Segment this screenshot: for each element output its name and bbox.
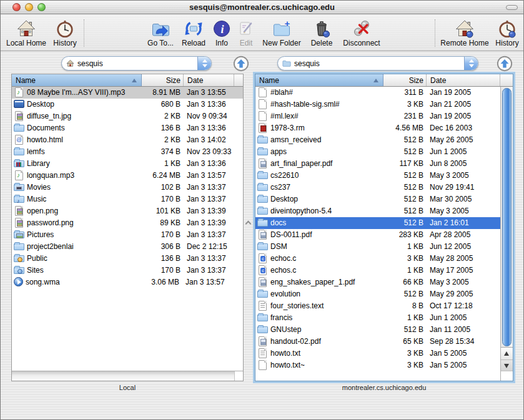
file-date: Jan 5 2005 bbox=[427, 359, 500, 371]
file-row[interactable]: password.png89 KBJan 3 13:39 bbox=[12, 217, 243, 229]
file-size: 101 KB bbox=[142, 205, 184, 217]
new-folder-button[interactable]: + New Folder bbox=[258, 17, 305, 49]
file-date: Jan 21 2005 bbox=[427, 99, 500, 110]
column-header-name[interactable]: Name bbox=[12, 74, 142, 86]
file-date: Nov 23 09:33 bbox=[184, 146, 243, 158]
scrollbar-thumb[interactable] bbox=[502, 88, 512, 346]
file-name: #ml.lex# bbox=[270, 110, 383, 122]
file-row[interactable]: apps512 BJun 1 2005 bbox=[255, 146, 500, 158]
file-row[interactable]: diveintopython-5.4512 BMay 3 2005 bbox=[255, 205, 500, 217]
file-row[interactable]: cs22610512 BMay 3 2005 bbox=[255, 170, 500, 182]
file-row[interactable]: longquan.mp36.24 MBJan 3 13:57 bbox=[12, 170, 243, 182]
file-row[interactable]: amsn_received512 BMay 26 2005 bbox=[255, 134, 500, 146]
file-size: 4.56 MB bbox=[383, 122, 427, 134]
local-path-popup[interactable]: sesquis bbox=[61, 56, 212, 71]
file-row[interactable]: #ml.lex#231 BJan 19 2005 bbox=[255, 110, 500, 122]
file-row[interactable]: Desktop680 BJan 3 13:36 bbox=[12, 99, 243, 110]
file-row[interactable]: Desktop512 BMar 30 2005 bbox=[255, 193, 500, 205]
file-name: Pictures bbox=[27, 229, 142, 241]
file-row[interactable]: art_final_paper.pdf117 KBJun 8 2005 bbox=[255, 158, 500, 170]
doc-img-icon bbox=[15, 111, 23, 121]
file-date: Jan 3 14:02 bbox=[184, 134, 243, 146]
file-row[interactable]: Music170 BJan 3 13:37 bbox=[12, 193, 243, 205]
delete-button[interactable]: Delete bbox=[307, 17, 337, 49]
folder-icon bbox=[257, 137, 268, 144]
file-date: Nov 29 19:41 bbox=[427, 182, 500, 193]
file-date: Jun 12 2005 bbox=[427, 241, 500, 253]
file-name: cs237 bbox=[270, 182, 383, 193]
file-row[interactable]: howto.txt~3 KBJan 5 2005 bbox=[255, 359, 500, 371]
file-row[interactable]: GNUstep512 BJan 11 2005 bbox=[255, 324, 500, 336]
file-row[interactable]: howto.txt3 KBJan 5 2005 bbox=[255, 348, 500, 359]
file-name: longquan.mp3 bbox=[27, 170, 142, 182]
remote-up-directory-button[interactable] bbox=[497, 56, 513, 72]
file-date: May 28 2005 bbox=[427, 253, 500, 265]
file-row[interactable]: echos.c1 KBMay 17 2005 bbox=[255, 265, 500, 276]
file-row[interactable]: echoc.c3 KBMay 28 2005 bbox=[255, 253, 500, 265]
doc-lines-icon bbox=[259, 348, 267, 358]
file-row[interactable]: Public136 BJan 3 13:37 bbox=[12, 253, 243, 265]
up-arrow-icon bbox=[497, 56, 513, 72]
pane-splitter-handle[interactable] bbox=[245, 220, 250, 225]
reload-button[interactable]: Reload bbox=[178, 17, 209, 49]
file-size: 1 KB bbox=[383, 265, 427, 276]
file-row[interactable]: #hash-table-sig.sml#3 KBJan 21 2005 bbox=[255, 99, 500, 110]
column-header-size[interactable]: Size bbox=[142, 74, 184, 86]
file-row[interactable]: project2benlai306 BDec 2 12:15 bbox=[12, 241, 243, 253]
horizontal-scrollbar[interactable] bbox=[12, 371, 243, 381]
vertical-scrollbar[interactable] bbox=[500, 87, 513, 381]
edit-button[interactable]: Edit bbox=[234, 17, 258, 49]
file-row[interactable]: evolution512 BMay 29 2005 bbox=[255, 288, 500, 300]
file-row[interactable]: howto.html2 KBJan 3 14:02 bbox=[12, 134, 243, 146]
remote-history-button[interactable]: History bbox=[493, 17, 522, 49]
file-row[interactable]: diffuse_tn.jpg2 KBNov 9 09:34 bbox=[12, 110, 243, 122]
info-button[interactable]: i Info bbox=[209, 17, 234, 49]
file-row[interactable]: 1978-3.rm4.56 MBDec 16 2003 bbox=[255, 122, 500, 134]
file-date: Apr 28 2005 bbox=[427, 229, 500, 241]
clock-icon bbox=[49, 17, 81, 39]
file-row[interactable]: Library1 KBJan 3 13:36 bbox=[12, 158, 243, 170]
column-header-size[interactable]: Size bbox=[383, 74, 427, 86]
file-row[interactable]: docs512 BJan 2 16:01 bbox=[255, 217, 500, 229]
file-row[interactable]: open.png101 KBJan 3 13:39 bbox=[12, 205, 243, 217]
file-row[interactable]: four_stories.text8 BOct 17 12:18 bbox=[255, 300, 500, 312]
file-row[interactable]: 08 Maybe I'm...ASY VIII).mp38.91 MBJan 3… bbox=[12, 87, 243, 99]
file-row[interactable]: Movies102 BJan 3 13:37 bbox=[12, 182, 243, 193]
file-row[interactable]: eng_shakes_paper_1.pdf66 KBMay 3 2005 bbox=[255, 276, 500, 288]
local-home-button[interactable]: Local Home bbox=[4, 17, 48, 49]
file-row[interactable]: DS-0011.pdf283 KBApr 28 2005 bbox=[255, 229, 500, 241]
disconnect-icon bbox=[338, 17, 385, 39]
doc-pdf-icon bbox=[259, 336, 267, 346]
doc-img-icon bbox=[15, 206, 23, 216]
toolbar-toggle-pill[interactable] bbox=[506, 5, 518, 10]
doc-img-icon bbox=[15, 218, 23, 228]
file-row[interactable]: song.wma3.06 MBJan 3 13:57 bbox=[12, 276, 243, 288]
local-history-button[interactable]: History bbox=[49, 17, 81, 49]
file-row[interactable]: Documents136 BJan 3 13:36 bbox=[12, 122, 243, 134]
column-header-date[interactable]: Date bbox=[184, 74, 234, 86]
column-header-name[interactable]: Name bbox=[255, 74, 383, 86]
file-name: diveintopython-5.4 bbox=[270, 205, 383, 217]
go-to-button[interactable]: Go To... bbox=[143, 17, 178, 49]
file-row[interactable]: #blah#311 BJan 19 2005 bbox=[255, 87, 500, 99]
disconnect-button[interactable]: Disconnect bbox=[338, 17, 385, 49]
scroll-down-button[interactable] bbox=[501, 359, 513, 371]
toolbar-separator bbox=[84, 19, 84, 47]
house-icon bbox=[4, 17, 48, 39]
file-row[interactable]: cs237512 BNov 29 19:41 bbox=[255, 182, 500, 193]
file-name: Desktop bbox=[270, 193, 383, 205]
file-name: password.png bbox=[27, 217, 142, 229]
file-row[interactable]: Pictures170 BJan 3 13:37 bbox=[12, 229, 243, 241]
file-row[interactable]: Sites170 BJan 3 13:37 bbox=[12, 265, 243, 276]
folder-icon bbox=[257, 149, 268, 155]
file-row[interactable]: francis1 KBJun 1 2005 bbox=[255, 312, 500, 324]
file-row[interactable]: lemfs374 BNov 23 09:33 bbox=[12, 146, 243, 158]
remote-path-popup[interactable]: sesquis bbox=[277, 56, 478, 71]
local-up-directory-button[interactable] bbox=[233, 56, 249, 72]
doc-c-icon bbox=[259, 265, 267, 275]
remote-home-button[interactable]: Remote Home bbox=[438, 17, 492, 49]
scroll-up-button[interactable] bbox=[501, 348, 513, 359]
file-row[interactable]: DSM1 KBJun 12 2005 bbox=[255, 241, 500, 253]
column-header-date[interactable]: Date bbox=[427, 74, 500, 86]
file-row[interactable]: handout-02.pdf65 KBSep 28 15:34 bbox=[255, 336, 500, 348]
